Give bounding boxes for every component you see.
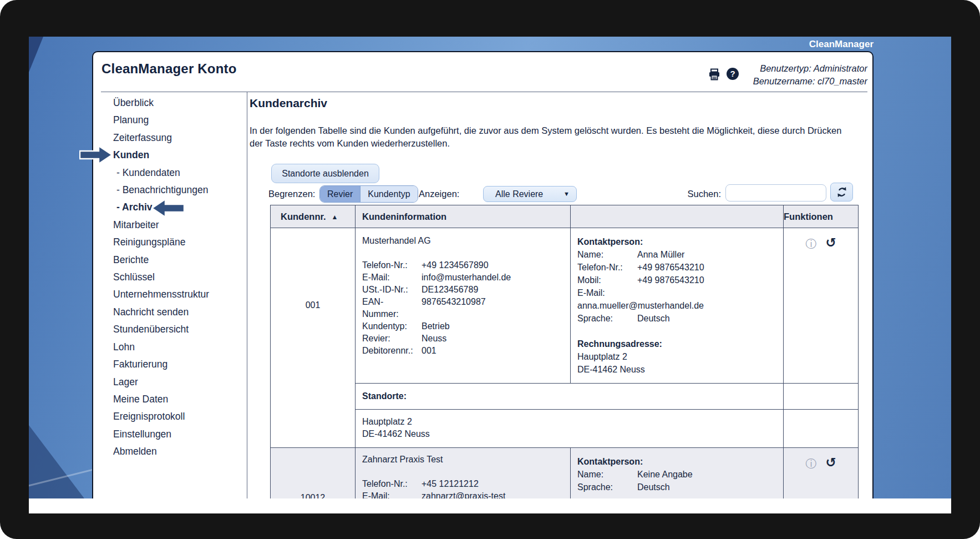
column-header-funktionen: Funktionen bbox=[784, 205, 859, 228]
page-title: CleanManager Konto bbox=[101, 59, 237, 79]
contact-heading: Kontaktperson: bbox=[577, 235, 776, 248]
column-header-blank bbox=[571, 205, 784, 228]
main-panel: CleanManager Konto ? Benutzertyp: Admini… bbox=[92, 51, 874, 498]
table-row: 10012 Zahnarzt Praxis Test Telefon-Nr.:+… bbox=[271, 448, 859, 499]
contact-mobile: +49 9876543210 bbox=[637, 274, 704, 286]
sidebar-item-schluessel[interactable]: Schlüssel bbox=[113, 269, 243, 286]
sidebar-item-ereignisprotokoll[interactable]: Ereignisprotokoll bbox=[113, 408, 243, 425]
functions-cell: ⓘ ↺ bbox=[784, 228, 859, 384]
email-value: info@musterhandel.de bbox=[422, 271, 511, 284]
screenshot-frame: CleanManager CleanManager Konto bbox=[0, 0, 980, 539]
segment-kundentyp[interactable]: Kundentyp bbox=[360, 186, 418, 202]
sidebar-item-planung[interactable]: Planung bbox=[113, 112, 243, 129]
sidebar-item-lohn[interactable]: Lohn bbox=[113, 339, 243, 356]
sidebar-item-fakturierung[interactable]: Fakturierung bbox=[113, 356, 243, 373]
customer-group-2: 10012 Zahnarzt Praxis Test Telefon-Nr.:+… bbox=[271, 448, 859, 499]
limit-segment-control: Revier Kundentyp bbox=[319, 185, 418, 203]
content-description: In der folgenden Tabelle sind die Kunden… bbox=[250, 124, 855, 150]
billing-address-line: DE-41462 Neuss bbox=[577, 363, 776, 376]
app-window: CleanManager CleanManager Konto bbox=[29, 37, 951, 513]
ean-value: 9876543210987 bbox=[422, 296, 486, 320]
sidebar-item-abmelden[interactable]: Abmelden bbox=[113, 443, 243, 460]
user-type: Benutzertyp: Administrator bbox=[753, 62, 867, 75]
sidebar-item-zeiterfassung[interactable]: Zeiterfassung bbox=[113, 129, 243, 147]
revier-dropdown[interactable]: Alle Reviere ▼ bbox=[483, 186, 577, 202]
functions-cell-empty bbox=[784, 384, 859, 410]
annotation-arrow-kunden bbox=[79, 145, 113, 167]
customer-type-value: Betrieb bbox=[422, 320, 450, 333]
sidebar-item-nachricht-senden[interactable]: Nachricht senden bbox=[113, 304, 243, 321]
sidebar-item-kunden[interactable]: Kunden bbox=[113, 147, 243, 164]
email-value: zahnarzt@praxis-test bbox=[422, 490, 505, 498]
help-icon[interactable]: ? bbox=[727, 68, 739, 80]
header-divider bbox=[101, 92, 867, 92]
revier-dropdown-value: Alle Reviere bbox=[495, 189, 543, 199]
sidebar-item-benachrichtigungen[interactable]: - Benachrichtigungen bbox=[113, 182, 243, 199]
customer-number: 001 bbox=[271, 228, 355, 382]
customer-number-cell: 001 bbox=[271, 228, 356, 448]
standort-address-line: Hauptplatz 2 bbox=[362, 416, 776, 428]
segment-revier[interactable]: Revier bbox=[320, 186, 360, 202]
show-label: Anzeigen: bbox=[419, 185, 459, 203]
contact-email: anna.mueller@musterhandel.de bbox=[577, 299, 776, 312]
billing-address-line: Hauptplatz 2 bbox=[577, 350, 776, 363]
annotation-arrow-archiv bbox=[151, 198, 185, 220]
search-label: Suchen: bbox=[670, 185, 721, 203]
billing-address-heading: Rechnungsadresse: bbox=[577, 337, 776, 350]
functions-cell: ⓘ ↺ bbox=[784, 448, 859, 499]
corner-decoration-bottom bbox=[29, 425, 84, 498]
vat-id-value: DE123456789 bbox=[422, 284, 478, 296]
user-info: Benutzertyp: Administrator Benutzername:… bbox=[753, 62, 867, 87]
limit-label: Begrenzen: bbox=[268, 185, 315, 203]
sidebar-item-unternehmensstruktur[interactable]: Unternehmensstruktur bbox=[113, 286, 243, 303]
table-row: Hauptplatz 2 DE-41462 Neuss bbox=[271, 410, 859, 448]
sidebar-item-lager[interactable]: Lager bbox=[113, 374, 243, 391]
contact-name: Anna Müller bbox=[637, 248, 684, 261]
table-row: Standorte: bbox=[271, 384, 859, 410]
table-row: 001 Musterhandel AG Telefon-Nr.:+49 1234… bbox=[271, 228, 859, 384]
debtor-number-value: 001 bbox=[422, 345, 436, 357]
table-header-row: Kundennr.▲ Kundeninformation Funktionen bbox=[271, 205, 859, 228]
chevron-down-icon: ▼ bbox=[563, 187, 570, 202]
contact-cell: Kontaktperson: Name:Anna Müller Telefon-… bbox=[571, 228, 784, 384]
contact-language: Deutsch bbox=[637, 481, 670, 493]
customer-group-1: 001 Musterhandel AG Telefon-Nr.:+49 1234… bbox=[271, 228, 859, 448]
column-header-kundeninformation: Kundeninformation bbox=[356, 205, 571, 228]
search-input[interactable] bbox=[725, 184, 826, 202]
column-header-kundennr[interactable]: Kundennr.▲ bbox=[271, 205, 356, 228]
sidebar-item-meine-daten[interactable]: Meine Daten bbox=[113, 391, 243, 408]
sidebar-nav: Überblick Planung Zeiterfassung Kunden -… bbox=[113, 94, 243, 461]
user-name: Benutzername: cl70_master bbox=[753, 75, 867, 88]
contact-cell: Kontaktperson: Name:Keine Angabe Sprache… bbox=[571, 448, 784, 499]
sidebar-item-stundenuebersicht[interactable]: Stundenübersicht bbox=[113, 321, 243, 338]
customer-info-cell: Zahnarzt Praxis Test Telefon-Nr.:+45 121… bbox=[356, 448, 571, 499]
archive-table: Kundennr.▲ Kundeninformation Funktionen … bbox=[270, 205, 859, 498]
refresh-icon bbox=[836, 186, 848, 198]
sidebar-item-einstellungen[interactable]: Einstellungen bbox=[113, 426, 243, 443]
restore-icon[interactable]: ↺ bbox=[826, 235, 836, 250]
sort-asc-icon[interactable]: ▲ bbox=[332, 213, 338, 221]
sidebar-item-ueberblick[interactable]: Überblick bbox=[113, 94, 243, 112]
standort-address-cell: Hauptplatz 2 DE-41462 Neuss bbox=[356, 410, 784, 448]
sidebar-item-reinigungsplaene[interactable]: Reinigungspläne bbox=[113, 234, 243, 251]
standort-address-line: DE-41462 Neuss bbox=[362, 428, 776, 440]
customer-number: 10012 bbox=[271, 448, 355, 498]
sidebar-item-berichte[interactable]: Berichte bbox=[113, 251, 243, 269]
refresh-button[interactable] bbox=[830, 183, 853, 202]
info-icon[interactable]: ⓘ bbox=[805, 238, 816, 250]
restore-icon[interactable]: ↺ bbox=[826, 455, 836, 470]
phone-value: +49 1234567890 bbox=[422, 259, 489, 271]
phone-value: +45 12121212 bbox=[422, 478, 479, 490]
content-heading: Kundenarchiv bbox=[250, 97, 327, 110]
toggle-standorte-button[interactable]: Standorte ausblenden bbox=[271, 164, 379, 183]
company-name: Musterhandel AG bbox=[362, 235, 563, 247]
standorte-header-cell: Standorte: bbox=[356, 384, 784, 410]
contact-phone: +49 9876543210 bbox=[637, 261, 704, 274]
corner-decoration-top bbox=[29, 37, 43, 72]
functions-cell-empty bbox=[784, 410, 859, 448]
info-icon[interactable]: ⓘ bbox=[805, 457, 816, 470]
print-icon[interactable] bbox=[708, 68, 721, 81]
revier-value: Neuss bbox=[422, 333, 446, 345]
sidebar-item-kundendaten[interactable]: - Kundendaten bbox=[113, 164, 243, 182]
customer-info-cell: Musterhandel AG Telefon-Nr.:+49 12345678… bbox=[356, 228, 571, 384]
